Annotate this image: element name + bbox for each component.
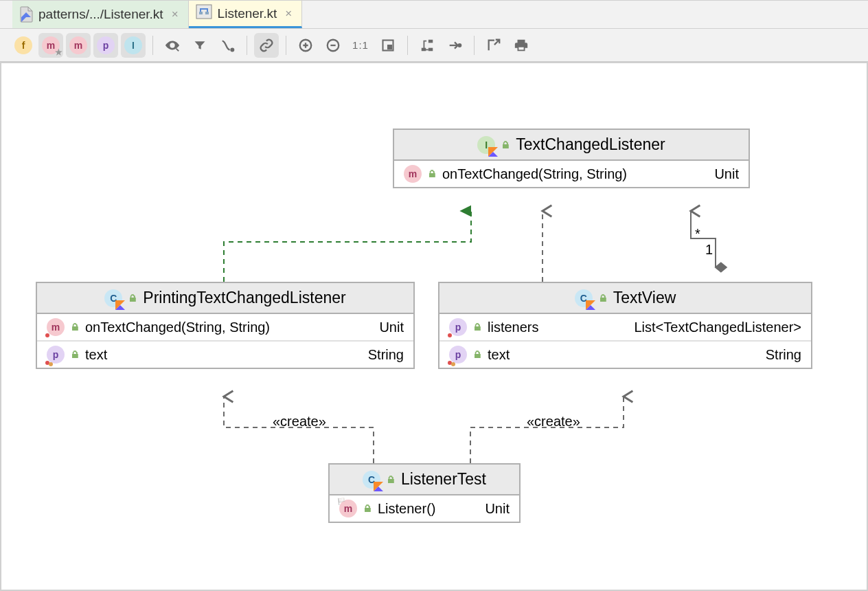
member-row[interactable]: m🏳️ 🔒︎ Listener() Unit — [330, 495, 519, 522]
kotlin-file-icon — [19, 6, 33, 23]
svg-text:«create»: «create» — [273, 414, 326, 429]
class-textchangedlistener[interactable]: I 🔒︎ TextChangedListener m 🔒︎ onTextChan… — [393, 129, 750, 188]
filter-dropdown-button[interactable] — [187, 33, 212, 58]
member-type: Unit — [485, 501, 510, 517]
diagram-canvas[interactable]: * 1 «create» «create» I 🔒︎ TextChangedLi… — [0, 62, 868, 591]
filter-i-button[interactable]: I — [121, 33, 146, 58]
class-title: I 🔒︎ TextChangedListener — [394, 130, 749, 161]
lock-icon: 🔒︎ — [598, 293, 608, 304]
member-type: Unit — [379, 320, 404, 335]
class-name: TextChangedListener — [516, 135, 665, 154]
member-name: Listener() — [378, 501, 468, 517]
member-name: onTextChanged(String, String) — [442, 166, 698, 182]
tab-label: patterns/.../Listener.kt — [38, 7, 163, 22]
class-printingtextchangedlistener[interactable]: C 🔒︎ PrintingTextChangedListener m 🔒︎ on… — [36, 282, 415, 369]
class-title: C 🔒︎ PrintingTextChangedListener — [37, 283, 413, 314]
zoom-in-button[interactable] — [293, 33, 318, 58]
close-icon[interactable]: × — [282, 7, 295, 21]
print-button[interactable] — [509, 33, 534, 58]
svg-point-4 — [231, 48, 234, 51]
svg-text:1: 1 — [705, 242, 713, 257]
svg-rect-11 — [429, 47, 433, 51]
lock-icon: 🔒︎ — [427, 168, 437, 179]
property-name: text — [488, 347, 749, 363]
toolbar-separator — [247, 36, 247, 55]
link-button[interactable] — [254, 33, 279, 58]
property-icon: p — [449, 346, 467, 364]
svg-point-12 — [459, 44, 461, 47]
svg-rect-1 — [196, 5, 212, 19]
lock-icon: 🔒︎ — [70, 322, 80, 333]
property-name: text — [85, 347, 352, 363]
class-name: PrintingTextChangedListener — [143, 289, 345, 307]
member-row[interactable]: m 🔒︎ onTextChanged(String, String) Unit — [394, 161, 749, 187]
fit-content-button[interactable] — [376, 33, 400, 58]
lock-icon: 🔒︎ — [70, 349, 80, 360]
property-row[interactable]: p 🔒︎ text String — [439, 340, 811, 368]
svg-rect-2 — [199, 12, 203, 14]
svg-rect-3 — [205, 12, 209, 14]
visibility-button[interactable] — [160, 33, 185, 58]
filter-p-button[interactable]: p — [93, 33, 118, 58]
toolbar-separator — [152, 36, 153, 55]
svg-text:«create»: «create» — [527, 414, 580, 429]
lock-icon: 🔒︎ — [128, 293, 137, 304]
property-name: listeners — [488, 320, 618, 335]
lock-icon: 🔒︎ — [472, 322, 482, 333]
zoom-out-button[interactable] — [321, 33, 345, 58]
lock-icon: 🔒︎ — [363, 503, 372, 514]
member-name: onTextChanged(String, String) — [85, 320, 363, 335]
tab-label: Listener.kt — [218, 6, 277, 21]
class-title: C 🔒︎ TextView — [439, 283, 811, 314]
class-title: C 🔒︎ ListenerTest — [330, 465, 519, 495]
route-edges-button[interactable] — [215, 33, 240, 58]
method-icon: m🏳️ — [339, 500, 357, 517]
toolbar-separator — [286, 36, 286, 55]
property-row[interactable]: p 🔒︎ listeners List<TextChangedListener> — [439, 314, 811, 340]
svg-rect-8 — [388, 45, 391, 49]
class-textview[interactable]: C 🔒︎ TextView p 🔒︎ listeners List<TextCh… — [438, 282, 812, 369]
lock-icon: 🔒︎ — [386, 474, 396, 485]
svg-rect-13 — [518, 47, 523, 49]
editor-tabbar: patterns/.../Listener.kt × Listener.kt × — [0, 0, 868, 29]
export-button[interactable] — [481, 33, 506, 58]
property-type: String — [766, 347, 801, 363]
class-name: TextView — [613, 289, 676, 307]
property-row[interactable]: p 🔒︎ text String — [37, 340, 413, 368]
property-type: List<TextChangedListener> — [635, 320, 802, 335]
filter-m-button[interactable]: m — [66, 33, 91, 58]
lock-icon: 🔒︎ — [501, 140, 510, 150]
class-icon: C — [575, 289, 593, 307]
class-listenertest[interactable]: C 🔒︎ ListenerTest m🏳️ 🔒︎ Listener() Unit — [328, 463, 521, 523]
property-icon: p — [47, 346, 65, 364]
svg-text:*: * — [695, 226, 700, 241]
property-type: String — [368, 347, 404, 363]
toolbar-separator — [407, 36, 408, 55]
diagram-file-icon — [196, 4, 212, 23]
lock-icon: 🔒︎ — [472, 349, 482, 360]
class-icon: C — [363, 471, 380, 489]
tab-diagram-listener[interactable]: Listener.kt × — [189, 1, 303, 28]
method-icon: m — [47, 318, 65, 336]
apply-layout-button[interactable] — [442, 33, 467, 58]
toolbar-separator — [474, 36, 475, 55]
interface-icon: I — [477, 136, 495, 154]
layout-button[interactable] — [415, 33, 439, 58]
property-icon: p — [449, 318, 467, 336]
diagram-toolbar: f m★ m p I 1:1 — [0, 29, 868, 62]
class-icon: C — [104, 289, 122, 307]
filter-f-button[interactable]: f — [11, 33, 36, 58]
zoom-reset-button[interactable]: 1:1 — [348, 33, 373, 58]
member-type: Unit — [714, 166, 739, 182]
filter-m-starred-button[interactable]: m★ — [38, 33, 63, 58]
member-row[interactable]: m 🔒︎ onTextChanged(String, String) Unit — [37, 314, 413, 340]
svg-rect-9 — [429, 39, 433, 43]
class-name: ListenerTest — [401, 470, 486, 489]
tab-patterns-listener[interactable]: patterns/.../Listener.kt × — [12, 1, 189, 28]
method-icon: m — [404, 165, 422, 183]
close-icon[interactable]: × — [169, 8, 181, 21]
